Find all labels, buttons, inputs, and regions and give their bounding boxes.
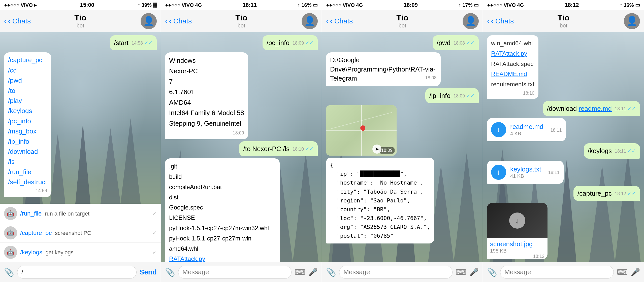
msg-row: /to Nexor-PC /ls 18:10 ✓✓ [165,141,318,156]
back-label-1: ‹ Chats [8,17,31,25]
attach-icon-3[interactable]: 📎 [326,267,336,277]
file-item: build [169,172,276,182]
msg-time: 18:11 [551,128,562,133]
chat-area-4: win_amd64.whl RATAttack.py RATAttack.spe… [483,32,644,262]
file-item-link[interactable]: RATAttack.py [491,49,534,59]
msg-row: /download readme.md 18:11 ✓✓ [487,101,640,116]
download-icon[interactable]: ↓ [491,165,506,180]
msg-row: Windows Nexor-PC 7 6.1.7601 AMD64 Intel6… [165,52,318,139]
msg-row: .git build compileAndRun.bat dist Google… [165,158,318,262]
recent-chat-item[interactable]: 🤖 /capture_pc screenshot PC ✓ [0,223,161,243]
keyboard-icon-4[interactable]: ⌨ [617,268,628,276]
msg-row: { "ip": "████████████", "hostname": "No … [326,158,479,243]
screenshot-dl-icon[interactable]: ↓ [509,213,525,229]
chat-area-2: /pc_info 18:09 ✓✓ Windows Nexor-PC 7 6.1… [161,32,322,262]
msg-row: ↓ keylogs.txt 41 KB 18:11 [487,161,640,184]
attach-icon-4[interactable]: 📎 [487,267,497,277]
download-info: keylogs.txt 41 KB [510,165,541,179]
download-icon[interactable]: ↓ [491,122,506,137]
chat-info: /keylogs get keylogs [20,249,74,256]
bubble-outgoing: /to Nexor-PC /ls 18:10 ✓✓ [239,141,318,156]
mic-icon-4[interactable]: 🎤 [631,268,640,276]
contact-name-4: Tio [558,13,569,22]
bubble-incoming: D:\Google Drive\Programming\Python\RAT-v… [326,52,441,86]
cmd-item: /self_destruct [8,178,47,187]
chat-info: /capture_pc screenshot PC [20,229,91,236]
chat-command: /capture_pc [20,229,52,236]
chat-scroll-3[interactable]: /pwd 18:08 ✓✓ D:\Google Drive\Programmin… [322,32,483,262]
status-right-1: ↑ 39% ▓ [138,2,157,8]
status-bar-3: ●●○○○ VIVO 4G 18:09 ↑ 17% ▭ [322,0,483,10]
msg-text: /ip_info [429,92,450,99]
cmd-item: /keylogs [8,106,47,115]
message-input-3[interactable] [339,266,453,279]
command-list: /capture_pc /cd /pwd /to /play /keylogs … [8,55,47,187]
avatar-4: 👤 [624,13,640,29]
recent-chat-item[interactable]: 🤖 /keylogs get keylogs ✓ [0,243,161,262]
msg-text: /to Nexor-PC /ls [243,145,289,153]
back-button-1[interactable]: ‹ ‹ Chats [4,17,31,25]
panel-1: ●●○○○ VIVO ▸ 15:00 ↑ 39% ▓ ‹ ‹ Chats Tio… [0,0,161,282]
msg-row: ↓ readme.md 4 KB 18:11 [487,118,640,141]
chat-scroll-1[interactable]: /start 14:58 ✓✓ /capture_pc /cd /pwd /to… [0,32,161,204]
chat-avatar: 🤖 [4,207,17,220]
cmd-item: /download [8,147,47,156]
msg-time: 18:08 ✓✓ [454,39,475,46]
nav-bar-3: ‹ ‹ Chats Tio bot 👤 [322,10,483,32]
pc-info-text: Windows Nexor-PC 7 6.1.7601 AMD64 Intel6… [169,55,244,129]
msg-row: D:\Google Drive\Programming\Python\RAT-v… [326,52,479,86]
download-info: readme.md 4 KB [510,123,543,136]
keyboard-icon-2[interactable]: ⌨ [295,268,305,276]
msg-text: /pwd [437,39,450,47]
bubble-incoming: /capture_pc /cd /pwd /to /play /keylogs … [4,52,51,197]
cmd-item: /msg_box [8,127,47,136]
status-time-3: 18:09 [404,2,418,8]
msg-time: 18:11 ✓✓ [615,105,636,112]
message-input-2[interactable] [178,266,292,279]
chat-scroll-4[interactable]: win_amd64.whl RATAttack.py RATAttack.spe… [483,32,644,262]
back-button-3[interactable]: ‹ ‹ Chats [326,17,353,25]
map-forward-btn[interactable]: ➤ [372,145,381,154]
msg-time: 18:09 [233,130,244,136]
file-item-link[interactable]: RATAttack.py [169,254,276,262]
back-button-2[interactable]: ‹ ‹ Chats [165,17,192,25]
status-bar-2: ●●○○○ VIVO 4G 18:11 ↑ 16% ▭ [161,0,322,10]
screenshot-filesize: 198 KB [490,248,544,254]
attach-icon-2[interactable]: 📎 [165,267,175,277]
msg-text: /download readme.md [547,105,612,112]
status-bar-4: ●●○○○ VIVO 4G 18:12 ↑ 16% ▭ [483,0,644,10]
recent-chat-item[interactable]: 🤖 /run_file run a file on target ✓ [0,204,161,223]
msg-time: 18:11 [548,170,560,175]
back-button-4[interactable]: ‹ ‹ Chats [487,17,514,25]
message-input-4[interactable] [500,266,614,279]
nav-title-4: Tio bot [558,13,569,29]
file-item-link[interactable]: README.md [491,69,534,79]
chat-desc: run a file on target [45,210,89,217]
file-item: requirements.txt [491,79,534,90]
keyboard-icon-3[interactable]: ⌨ [456,268,466,276]
cmd-item: /run_file [8,167,47,177]
chat-avatar: 🤖 [4,246,17,259]
chat-desc: get keylogs [46,249,74,256]
cmd-item: /capture_pc [8,55,47,64]
msg-time: 18:11 ✓✓ [615,147,636,154]
cmd-item: /pc_info [8,117,47,126]
chat-scroll-2[interactable]: /pc_info 18:09 ✓✓ Windows Nexor-PC 7 6.1… [161,32,322,262]
bubble-outgoing: /ip_info 18:09 ✓✓ [425,88,479,103]
status-left-1: ●●○○○ VIVO ▸ [4,2,37,8]
mic-icon-3[interactable]: 🎤 [469,268,479,276]
send-button-1[interactable]: Send [140,268,157,276]
nav-bar-1: ‹ ‹ Chats Tio bot 👤 [0,10,161,32]
message-input-1[interactable] [17,266,137,279]
msg-row: /capture_pc 18:12 ✓✓ [487,186,640,201]
bubble-incoming: Windows Nexor-PC 7 6.1.7601 AMD64 Intel6… [165,52,248,139]
file-item: dist [169,192,276,203]
mic-icon-2[interactable]: 🎤 [308,268,318,276]
bubble-outgoing: /pwd 18:08 ✓✓ [433,35,479,50]
msg-row: 18:09 ➤ [326,105,479,156]
nav-title-3: Tio bot [396,13,408,29]
attach-icon-1[interactable]: 📎 [4,267,14,277]
chat-info: /run_file run a file on target [20,210,89,217]
msg-time: 18:09 ✓✓ [454,92,475,99]
msg-time: 18:08 [425,75,436,81]
